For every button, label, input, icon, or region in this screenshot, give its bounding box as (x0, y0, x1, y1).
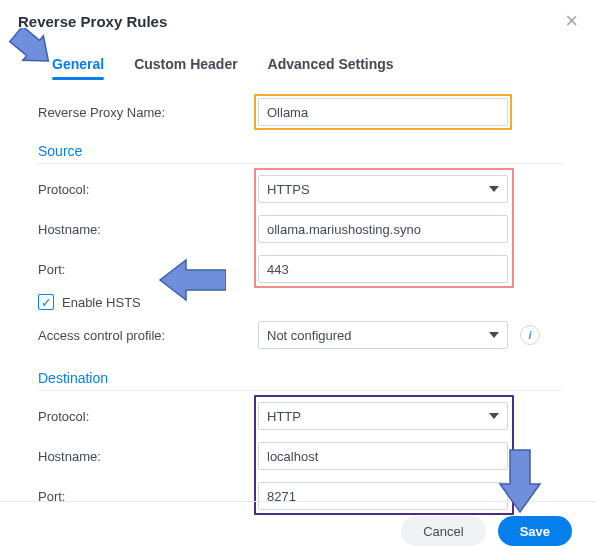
source-section-title: Source (38, 137, 562, 164)
dest-port-input[interactable] (258, 482, 508, 510)
source-hostname-input[interactable] (258, 215, 508, 243)
reverse-proxy-dialog: Reverse Proxy Rules × General Custom Hea… (0, 0, 596, 558)
acp-label: Access control profile: (38, 328, 258, 343)
save-button[interactable]: Save (498, 516, 572, 546)
dest-protocol-value: HTTP (267, 409, 301, 424)
tab-advanced-settings[interactable]: Advanced Settings (254, 48, 408, 82)
dest-protocol-label: Protocol: (38, 409, 258, 424)
title-bar: Reverse Proxy Rules × (0, 0, 596, 38)
source-protocol-value: HTTPS (267, 182, 310, 197)
dest-hostname-input[interactable] (258, 442, 508, 470)
footer-divider (0, 501, 596, 502)
source-port-input[interactable] (258, 255, 508, 283)
tab-custom-header[interactable]: Custom Header (120, 48, 251, 82)
source-protocol-label: Protocol: (38, 182, 258, 197)
acp-select[interactable]: Not configured (258, 321, 508, 349)
cancel-button[interactable]: Cancel (401, 516, 485, 546)
dialog-footer: Cancel Save (401, 516, 572, 546)
info-icon[interactable]: i (520, 325, 540, 345)
enable-hsts-label: Enable HSTS (62, 295, 141, 310)
source-protocol-select[interactable]: HTTPS (258, 175, 508, 203)
tab-general[interactable]: General (38, 48, 118, 82)
name-label: Reverse Proxy Name: (38, 105, 258, 120)
dialog-title: Reverse Proxy Rules (18, 13, 167, 30)
source-port-label: Port: (38, 262, 258, 277)
source-hostname-label: Hostname: (38, 222, 258, 237)
chevron-down-icon (489, 413, 499, 419)
dest-hostname-label: Hostname: (38, 449, 258, 464)
destination-section-title: Destination (38, 364, 562, 391)
tab-bar: General Custom Header Advanced Settings (0, 38, 596, 83)
chevron-down-icon (489, 332, 499, 338)
reverse-proxy-name-input[interactable] (258, 98, 508, 126)
acp-value: Not configured (267, 328, 352, 343)
chevron-down-icon (489, 186, 499, 192)
close-icon[interactable]: × (561, 10, 582, 32)
dialog-body: Reverse Proxy Name: Source Protocol: HTT… (0, 83, 596, 511)
enable-hsts-checkbox[interactable]: ✓ (38, 294, 54, 310)
dest-protocol-select[interactable]: HTTP (258, 402, 508, 430)
